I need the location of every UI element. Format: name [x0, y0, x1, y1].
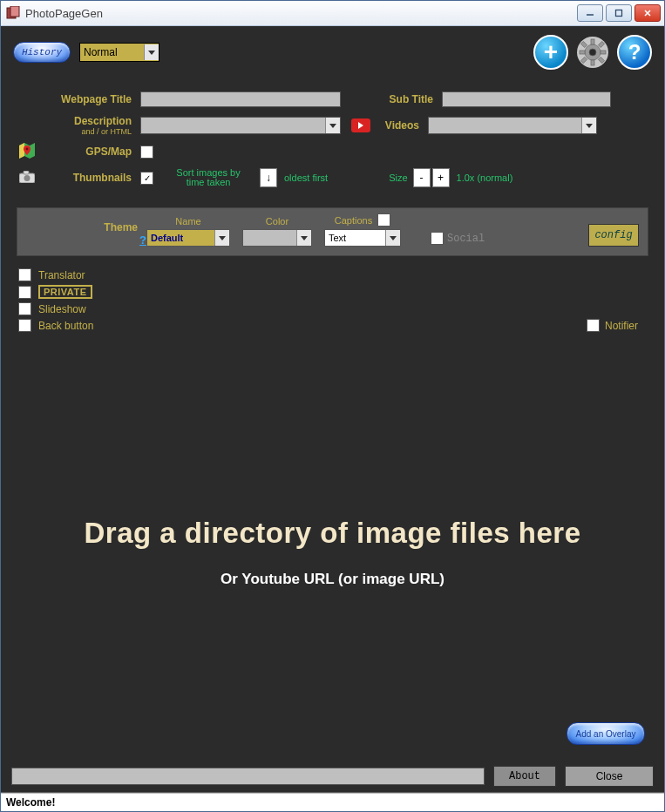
thumbnails-checkbox[interactable]: ✓: [140, 172, 153, 185]
svg-rect-3: [616, 10, 622, 17]
chevron-down-icon: [581, 118, 596, 133]
slideshow-label: Slideshow: [38, 303, 86, 315]
svg-rect-9: [580, 51, 585, 54]
svg-rect-1: [10, 6, 19, 17]
notifier-label: Notifier: [605, 320, 638, 332]
app-icon: [6, 6, 20, 20]
svg-rect-11: [580, 41, 587, 47]
backbutton-checkbox[interactable]: [18, 319, 31, 332]
subtitle-label: Sub Title: [376, 93, 442, 105]
theme-label: Theme: [26, 221, 146, 233]
drop-sub-text: Or Youtube URL (or image URL): [221, 571, 444, 588]
chevron-down-icon: [214, 230, 229, 246]
svg-rect-10: [601, 51, 606, 54]
social-label: Social: [447, 233, 485, 245]
description-label: Description and / or HTML: [37, 115, 140, 136]
svg-point-15: [589, 49, 596, 56]
svg-rect-13: [580, 57, 587, 63]
svg-marker-17: [19, 143, 24, 159]
about-button[interactable]: About: [493, 766, 556, 787]
notifier-checkbox[interactable]: [587, 319, 600, 332]
captions-checkbox[interactable]: [377, 213, 390, 227]
private-checkbox[interactable]: [18, 286, 31, 299]
sort-description: Sort images by time taken: [169, 168, 248, 187]
svg-rect-7: [591, 39, 594, 44]
camera-icon: [19, 171, 35, 186]
close-button[interactable]: Close: [565, 766, 654, 787]
videos-label: Videos: [370, 119, 428, 132]
social-checkbox[interactable]: [431, 232, 444, 245]
description-label-text: Description: [74, 115, 132, 127]
minimize-button[interactable]: [577, 4, 603, 22]
add-overlay-button[interactable]: Add an Overlay: [567, 722, 645, 745]
size-plus-button[interactable]: +: [432, 168, 450, 187]
theme-color-select[interactable]: [242, 229, 312, 247]
maximize-button[interactable]: [606, 4, 632, 22]
gps-checkbox[interactable]: [140, 145, 153, 159]
chevron-down-icon: [325, 118, 340, 133]
translator-label: Translator: [38, 269, 85, 281]
size-label: Size: [389, 173, 407, 183]
sort-direction-button[interactable]: ↓: [260, 168, 277, 187]
drop-zone[interactable]: Drag a directory of image files here Or …: [1, 344, 664, 761]
description-sublabel: and / or HTML: [37, 127, 132, 136]
history-button[interactable]: History: [13, 42, 71, 63]
size-value: 1.0x (normal): [457, 173, 513, 183]
titlebar: PhotoPageGen: [1, 1, 664, 26]
theme-help-link[interactable]: ?: [139, 233, 146, 247]
window-title: PhotoPageGen: [25, 7, 577, 20]
svg-point-18: [26, 147, 29, 150]
close-window-button[interactable]: [634, 4, 661, 22]
chevron-down-icon: [144, 44, 159, 60]
translator-checkbox[interactable]: [18, 268, 31, 281]
chevron-down-icon: [385, 230, 400, 246]
theme-name-head: Name: [175, 216, 200, 227]
theme-name-select[interactable]: Default: [146, 229, 230, 247]
thumbnails-label: Thumbnails: [37, 172, 140, 184]
private-badge: PRIVATE: [38, 285, 92, 299]
svg-rect-8: [591, 60, 594, 65]
mode-select[interactable]: Normal: [79, 43, 159, 62]
progress-bar: [11, 768, 485, 785]
status-bar: Welcome!: [1, 793, 664, 811]
youtube-icon: [351, 118, 370, 132]
description-combo[interactable]: [140, 117, 341, 134]
subtitle-input[interactable]: [442, 91, 611, 107]
gps-label: GPS/Map: [37, 145, 140, 158]
settings-button[interactable]: [577, 37, 608, 68]
svg-rect-14: [598, 57, 604, 63]
svg-rect-20: [24, 171, 29, 174]
webpage-title-input[interactable]: [140, 91, 341, 107]
config-button[interactable]: config: [588, 224, 639, 247]
chevron-down-icon: [296, 230, 311, 246]
theme-color-head: Color: [266, 216, 288, 227]
mode-select-value: Normal: [80, 46, 144, 58]
webpage-title-label: Webpage Title: [37, 93, 140, 105]
status-text: Welcome!: [6, 796, 55, 809]
map-icon: [19, 143, 35, 161]
add-button[interactable]: +: [533, 35, 568, 70]
gear-icon: [579, 38, 607, 66]
captions-head: Captions: [335, 215, 372, 226]
videos-combo[interactable]: [428, 117, 597, 134]
svg-point-21: [24, 175, 31, 181]
theme-panel: Theme ? Name Default Color Captions: [17, 207, 648, 256]
drop-main-text: Drag a directory of image files here: [84, 517, 580, 550]
backbutton-label: Back button: [38, 320, 93, 332]
sort-order-label: oldest first: [284, 173, 328, 183]
slideshow-checkbox[interactable]: [18, 302, 31, 315]
svg-rect-12: [598, 41, 604, 47]
captions-select[interactable]: Text: [324, 229, 401, 247]
size-minus-button[interactable]: -: [413, 168, 431, 187]
help-button[interactable]: ?: [617, 35, 652, 70]
